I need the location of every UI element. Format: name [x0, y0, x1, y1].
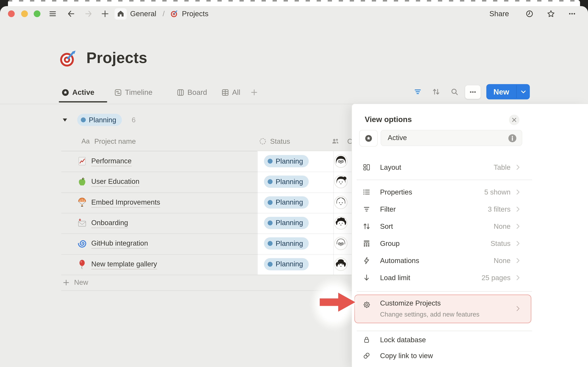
- lock-icon: [363, 336, 371, 344]
- filter-icon[interactable]: [414, 88, 422, 96]
- panel-menu-item-properties[interactable]: Properties5 shown: [352, 184, 532, 201]
- project-name-link[interactable]: Embed Improvements: [91, 198, 160, 208]
- avatar-woman-ponytail[interactable]: [334, 175, 348, 189]
- new-record-split-button[interactable]: New: [486, 84, 530, 100]
- column-header-project-name[interactable]: Project name: [94, 137, 136, 146]
- tab-timeline[interactable]: Timeline: [114, 86, 153, 99]
- panel-menu-item-automations[interactable]: AutomationsNone: [352, 252, 532, 269]
- info-icon[interactable]: [508, 134, 517, 143]
- panel-menu-item-filter[interactable]: Filter3 filters: [352, 201, 532, 218]
- status-pill[interactable]: Planning: [264, 196, 309, 209]
- status-pill[interactable]: Planning: [264, 237, 309, 250]
- project-name-link[interactable]: Performance: [91, 157, 131, 166]
- close-icon[interactable]: [509, 115, 519, 125]
- new-record-button-label[interactable]: New: [486, 84, 516, 100]
- parachute-emoji: [77, 197, 87, 207]
- view-icon-button[interactable]: [359, 130, 378, 147]
- search-icon[interactable]: [450, 88, 458, 96]
- panel-title: View options: [365, 115, 412, 124]
- avatar-man-curly[interactable]: [334, 257, 348, 271]
- project-name-link[interactable]: GitHub integration: [91, 239, 148, 249]
- background-window-strip: [8, 0, 580, 7]
- sort-icon[interactable]: [432, 88, 440, 96]
- avatar-man-fluffy-hair[interactable]: [334, 216, 348, 230]
- background-window-text-blur: [8, 0, 580, 1]
- panel-footer-item-lock-database[interactable]: Lock database: [352, 332, 532, 348]
- zoom-window-button[interactable]: [34, 10, 40, 17]
- project-name-link[interactable]: New template gallery: [91, 260, 157, 269]
- tab-board[interactable]: Board: [176, 86, 207, 99]
- share-button[interactable]: Share: [489, 6, 509, 21]
- forward-icon[interactable]: [85, 10, 93, 18]
- updates-clock-icon[interactable]: [526, 10, 534, 18]
- status-dot: [268, 200, 273, 205]
- project-name-link[interactable]: User Education: [91, 177, 139, 187]
- table-row[interactable]: GitHub integrationPlanning: [0, 234, 352, 254]
- breadcrumb-page[interactable]: Projects: [182, 6, 208, 21]
- group-count: 6: [132, 114, 136, 126]
- chevron-right-icon: [515, 164, 521, 171]
- view-more-options-button[interactable]: [465, 85, 481, 99]
- project-name-link[interactable]: Onboarding: [91, 219, 128, 228]
- menu-item-value: 5 shown: [352, 184, 510, 201]
- page-title[interactable]: Projects: [86, 49, 147, 67]
- status-pill-label: Planning: [276, 198, 303, 206]
- close-window-button[interactable]: [8, 10, 15, 17]
- status-pill-label: Planning: [276, 178, 303, 186]
- table-row[interactable]: User EducationPlanning: [0, 172, 352, 192]
- panel-footer-item-copy-link-to-view[interactable]: Copy link to view: [352, 348, 532, 364]
- more-options-icon[interactable]: [568, 10, 576, 18]
- menu-item-value: Status: [352, 235, 510, 252]
- group-status-pill[interactable]: Planning: [77, 114, 122, 126]
- add-row-button[interactable]: New: [62, 278, 88, 287]
- row-border: [61, 213, 352, 213]
- add-view-icon[interactable]: [251, 89, 258, 96]
- avatar-person-sketch[interactable]: [334, 196, 348, 209]
- view-name-value: Active: [388, 130, 407, 145]
- home-button[interactable]: [114, 8, 127, 20]
- customize-projects-label: Customize Projects: [380, 299, 441, 307]
- customize-projects-item[interactable]: Customize Projects Change settings, add …: [354, 294, 531, 323]
- status-dot: [81, 117, 86, 122]
- minimize-window-button[interactable]: [21, 10, 28, 17]
- avatar-person-glasses[interactable]: [334, 237, 348, 250]
- table-row[interactable]: New template galleryPlanning: [0, 254, 352, 275]
- status-pill[interactable]: Planning: [264, 176, 309, 188]
- balloon-emoji: [77, 259, 87, 269]
- back-icon[interactable]: [67, 10, 75, 18]
- avatar-woman-bob-glasses[interactable]: [334, 154, 348, 168]
- status-pill[interactable]: Planning: [264, 258, 309, 270]
- customize-projects-sublabel: Change settings, add new features: [380, 311, 479, 318]
- column-header-status[interactable]: Status: [270, 137, 290, 146]
- row-border: [61, 172, 352, 172]
- menu-item-value: Table: [352, 159, 510, 176]
- favorite-star-icon[interactable]: [547, 10, 555, 18]
- tab-label: Board: [187, 88, 207, 97]
- status-dot: [268, 159, 273, 164]
- table-row[interactable]: PerformancePlanning: [0, 151, 352, 172]
- page-icon-target[interactable]: [59, 50, 77, 68]
- sidebar-menu-icon[interactable]: [49, 10, 57, 18]
- status-pill[interactable]: Planning: [264, 155, 309, 167]
- view-options-panel: View options Active LayoutTablePropertie…: [352, 104, 588, 367]
- chevron-right-icon: [515, 240, 521, 247]
- breadcrumb-root[interactable]: General: [130, 6, 156, 21]
- star-circle-icon: [61, 88, 69, 97]
- new-record-dropdown[interactable]: [517, 84, 530, 100]
- row-border: [61, 254, 352, 255]
- panel-menu-item-sort[interactable]: SortNone: [352, 218, 532, 235]
- panel-menu-item-group[interactable]: GroupStatus: [352, 235, 532, 252]
- panel-menu-item-layout[interactable]: LayoutTable: [352, 159, 532, 176]
- table-bottom-divider: [61, 290, 352, 291]
- table-row[interactable]: Embed ImprovementsPlanning: [0, 192, 352, 213]
- table-row[interactable]: OnboardingPlanning: [0, 213, 352, 233]
- status-pill[interactable]: Planning: [264, 217, 309, 229]
- group-pill-label: Planning: [89, 116, 116, 124]
- tab-active[interactable]: Active: [61, 86, 94, 99]
- view-name-input[interactable]: Active: [381, 130, 522, 146]
- group-collapse-triangle-icon[interactable]: [62, 117, 68, 123]
- new-page-icon[interactable]: [101, 10, 109, 18]
- panel-menu-item-load-limit[interactable]: Load limit25 pages: [352, 269, 532, 286]
- tab-all[interactable]: All: [221, 86, 240, 99]
- chevron-right-icon: [515, 189, 521, 195]
